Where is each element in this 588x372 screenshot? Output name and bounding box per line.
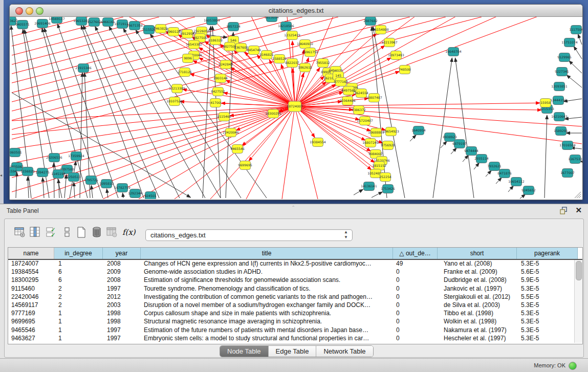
network-node[interactable]: 9896 bbox=[183, 54, 193, 63]
network-node[interactable]: 6466161 bbox=[101, 18, 115, 27]
import-table-icon[interactable] bbox=[106, 226, 118, 238]
float-panel-icon[interactable] bbox=[560, 207, 568, 214]
network-node[interactable]: 1589291 bbox=[554, 127, 568, 136]
network-node[interactable]: 1527602 bbox=[87, 18, 101, 27]
network-node[interactable]: 1156829 bbox=[20, 167, 35, 176]
network-node[interactable]: 1145194 bbox=[51, 170, 66, 179]
table-row[interactable]: 1938455462009Genome-wide association stu… bbox=[8, 268, 582, 276]
network-node[interactable]: 8813054 bbox=[265, 17, 279, 22]
network-node[interactable]: 3857224 bbox=[226, 23, 241, 31]
network-node[interactable]: 16154808 bbox=[373, 26, 389, 34]
network-node[interactable]: 2887682 bbox=[363, 17, 378, 26]
network-node[interactable]: 16807249 bbox=[362, 139, 379, 147]
network-node[interactable]: 21915346 bbox=[75, 64, 92, 73]
network-node[interactable]: 2935114 bbox=[474, 155, 489, 163]
table-row[interactable]: 1456911722003Disruption of a novel membe… bbox=[8, 301, 582, 309]
network-node[interactable]: 1795725 bbox=[84, 176, 98, 185]
network-node[interactable]: 12213389 bbox=[169, 84, 185, 93]
splitter-grip-icon[interactable]: › bbox=[291, 206, 296, 207]
tab-node-table[interactable]: Node Table bbox=[220, 346, 269, 357]
delete-table-icon[interactable] bbox=[91, 226, 103, 238]
network-node[interactable]: 6879197 bbox=[452, 140, 467, 148]
column-header-year[interactable]: year bbox=[103, 248, 141, 259]
network-node[interactable]: 7463822 bbox=[154, 25, 168, 33]
network-node[interactable]: 14569117 bbox=[49, 17, 65, 24]
table-row[interactable]: 1830029562008Estimation of significance … bbox=[8, 276, 582, 284]
network-node[interactable]: 9146821 bbox=[259, 51, 274, 59]
new-table-icon[interactable] bbox=[75, 226, 88, 238]
network-node[interactable]: 16961758 bbox=[302, 48, 318, 57]
show-columns-icon[interactable] bbox=[29, 226, 41, 238]
network-node[interactable]: 924501 bbox=[144, 192, 157, 200]
network-node[interactable]: 2718126 bbox=[178, 68, 192, 77]
network-node[interactable]: 10654112 bbox=[508, 178, 525, 186]
network-node[interactable]: 15751074 bbox=[561, 38, 578, 47]
network-graph[interactable]: 1872400794636279405571206914061456911710… bbox=[10, 17, 582, 199]
network-node[interactable]: 9129965 bbox=[557, 53, 572, 62]
network-node[interactable]: 9474444 bbox=[464, 147, 478, 156]
network-node[interactable]: 18640910 bbox=[297, 40, 313, 49]
network-node[interactable]: 9465546 bbox=[230, 145, 245, 154]
column-header-in_degree[interactable]: in_degree bbox=[54, 248, 103, 259]
network-node[interactable]: 1588520 bbox=[272, 55, 287, 63]
network-node[interactable]: 391594 bbox=[10, 167, 17, 176]
column-header-out_de[interactable]: △ out_de… bbox=[393, 248, 438, 259]
network-node[interactable]: 1095810 bbox=[99, 180, 114, 188]
table-settings-icon[interactable] bbox=[14, 226, 26, 238]
table-row[interactable]: 946362711997Embryonic stem cells: a mode… bbox=[8, 334, 582, 342]
column-header-name[interactable]: name bbox=[8, 248, 54, 259]
network-node[interactable]: 1862615 bbox=[298, 63, 312, 72]
network-node[interactable]: 20206536 bbox=[46, 154, 62, 162]
table-row[interactable]: 977716911998Corpus callosum shape and si… bbox=[8, 309, 582, 317]
network-node[interactable]: 9756928 bbox=[381, 141, 395, 150]
network-node[interactable]: 20691406 bbox=[34, 19, 51, 28]
network-node[interactable]: 8822037 bbox=[285, 59, 299, 68]
network-node[interactable]: 8471876 bbox=[497, 169, 512, 178]
network-node[interactable]: 1394275 bbox=[35, 168, 50, 177]
table-row[interactable]: 1872400712008Changes of HCN gene express… bbox=[8, 259, 582, 268]
network-node[interactable]: 17016504 bbox=[559, 141, 576, 150]
tab-network-table[interactable]: Network Table bbox=[316, 346, 373, 357]
network-node[interactable]: 1815152 bbox=[372, 162, 386, 170]
table-row[interactable]: 946554611997Estimation of the future num… bbox=[8, 326, 582, 334]
network-node[interactable]: 15720407 bbox=[357, 117, 373, 125]
network-node[interactable]: 16053809 bbox=[204, 17, 220, 25]
network-window-titlebar[interactable]: citations_edges.txt bbox=[10, 5, 582, 17]
network-node[interactable]: 15958 bbox=[540, 99, 551, 107]
network-node[interactable]: 252254 bbox=[379, 173, 391, 182]
table-row[interactable]: 969969511998Structural magnetic resonanc… bbox=[8, 317, 582, 325]
network-node[interactable]: 22420046 bbox=[223, 128, 239, 137]
network-node[interactable]: 10807487 bbox=[366, 94, 382, 102]
network-node[interactable]: 9405571 bbox=[15, 20, 30, 29]
select-rows-icon[interactable]: ✓ ✓ bbox=[46, 226, 58, 238]
table-selector-dropdown[interactable]: citations_edges.txt ▲▼ bbox=[145, 229, 353, 241]
network-node[interactable]: 8912954 bbox=[180, 30, 194, 38]
network-node[interactable]: 1640954 bbox=[411, 126, 426, 135]
network-canvas[interactable]: 1872400794636279405571206914061456911710… bbox=[10, 17, 582, 199]
table-scrollbar[interactable] bbox=[574, 260, 582, 343]
network-node[interactable]: 1250513 bbox=[67, 173, 81, 182]
function-builder-icon[interactable]: f(x) bbox=[122, 228, 135, 240]
network-node[interactable]: 1117504 bbox=[569, 26, 582, 34]
network-node[interactable]: 12325419 bbox=[284, 31, 300, 40]
table-panel-header[interactable]: › Table Panel ✕ bbox=[0, 204, 588, 218]
network-node[interactable]: 8454749 bbox=[247, 46, 261, 55]
collapse-panel-arrow-icon[interactable]: ◂ bbox=[0, 173, 2, 178]
network-node[interactable]: 7386372 bbox=[352, 106, 366, 115]
network-node[interactable]: 9227341 bbox=[555, 68, 569, 76]
table-row[interactable]: 911546021997Tourette syndrome. Phenomeno… bbox=[8, 285, 582, 293]
network-node[interactable]: 41700 bbox=[210, 99, 221, 107]
close-panel-icon[interactable]: ✕ bbox=[575, 206, 582, 214]
network-node[interactable]: 20364486 bbox=[339, 97, 356, 105]
network-node[interactable]: 748500 bbox=[399, 65, 411, 74]
table-scrollbar-thumb[interactable] bbox=[576, 261, 582, 280]
network-node[interactable]: 7955812 bbox=[316, 59, 330, 68]
network-node[interactable]: 2367608 bbox=[234, 43, 248, 52]
network-node[interactable]: 8960128 bbox=[166, 28, 181, 36]
network-node[interactable]: 14136141 bbox=[361, 182, 377, 191]
network-node[interactable]: 8427552 bbox=[211, 87, 225, 96]
network-node[interactable]: 2060501 bbox=[10, 148, 22, 157]
network-node[interactable]: 2803144 bbox=[213, 74, 228, 83]
network-node[interactable]: 1167533 bbox=[568, 155, 582, 164]
network-node[interactable]: 12093851 bbox=[551, 82, 568, 91]
